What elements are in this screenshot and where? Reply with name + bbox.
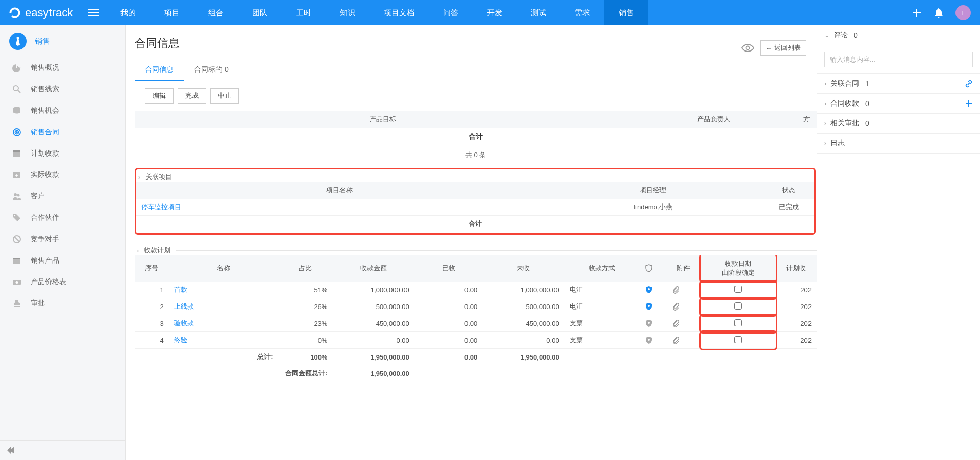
search-icon (11, 84, 22, 95)
tag-icon (11, 212, 22, 223)
topnav-item[interactable]: 销售 (604, 0, 648, 25)
collapse-icon (6, 447, 15, 454)
rp-header[interactable]: ›关联合同1 (817, 74, 980, 93)
sidebar-item[interactable]: 销售线索 (0, 79, 125, 100)
topnav-item[interactable]: 组合 (194, 0, 238, 25)
scroll-area[interactable]: 产品目标 产品负责人 方 合计 共 0 条 › 关联项目 (135, 111, 817, 460)
user-avatar[interactable]: F (955, 5, 971, 20)
shield-cell[interactable] (640, 282, 667, 298)
menu-toggle[interactable] (81, 8, 106, 18)
topnav-item[interactable]: 开发 (473, 0, 517, 25)
received-cell: 0.00 (414, 332, 483, 349)
calendar-plus-icon (11, 169, 22, 181)
tab[interactable]: 合同标的 0 (184, 60, 239, 81)
sidebar-item[interactable]: 销售概况 (0, 57, 125, 79)
payment-name-link[interactable]: 验收款 (174, 319, 194, 327)
date-stage-checkbox[interactable] (734, 286, 742, 293)
unreceived-cell: 1,000,000.00 (482, 282, 564, 298)
rp-header[interactable]: ›合同收款0 (817, 94, 980, 113)
rp-label: 日志 (830, 139, 845, 148)
topnav-item[interactable]: 项目 (150, 0, 194, 25)
plus-icon[interactable] (965, 99, 973, 108)
target-icon (11, 126, 22, 138)
shield-cell[interactable] (640, 332, 667, 349)
chevron-down-icon: ⌄ (824, 32, 829, 39)
project-manager: findemo,小燕 (543, 199, 763, 216)
topnav-item[interactable]: 项目文档 (370, 0, 429, 25)
action-button[interactable]: 完成 (178, 88, 206, 104)
attachment-cell[interactable] (667, 332, 701, 349)
plan-cell: 202 (776, 282, 817, 298)
project-link[interactable]: 停车监控项目 (141, 203, 181, 211)
svg-point-15 (14, 215, 15, 216)
chevron-right-icon[interactable]: › (138, 173, 140, 181)
sidebar-collapse[interactable] (0, 440, 125, 460)
payment-name-link[interactable]: 上线款 (174, 302, 194, 310)
comments-header[interactable]: ⌄ 评论 0 (817, 25, 980, 45)
svg-point-5 (13, 86, 18, 91)
tab[interactable]: 合同信息 (135, 60, 184, 81)
shield-cell[interactable] (640, 315, 667, 332)
product-col-owner: 产品负责人 (631, 111, 796, 128)
sidebar-item[interactable]: 竞争对手 (0, 228, 125, 250)
svg-point-26 (648, 339, 650, 341)
payment-name-link[interactable]: 首款 (174, 286, 187, 293)
sidebar-item[interactable]: 销售合同 (0, 121, 125, 143)
attachment-cell[interactable] (667, 315, 701, 332)
payment-col-method: 收款方式 (565, 255, 640, 282)
action-button[interactable]: 中止 (210, 88, 239, 104)
sidebar-item-label: 销售概况 (31, 63, 59, 72)
table-row: 2上线款26%500,000.000.00500,000.00电汇202 (135, 298, 817, 315)
date-stage-cell (701, 332, 776, 349)
rp-header[interactable]: ›相关审批0 (817, 114, 980, 133)
date-stage-checkbox[interactable] (734, 336, 742, 343)
payment-col-name: 名称 (169, 255, 278, 282)
rp-header[interactable]: ›日志 (817, 134, 980, 153)
topnav-item[interactable]: 知识 (326, 0, 370, 25)
svg-point-23 (648, 288, 650, 290)
sidebar-item[interactable]: 计划收款 (0, 143, 125, 164)
plus-icon[interactable] (912, 8, 922, 18)
sidebar-item[interactable]: 合作伙伴 (0, 207, 125, 228)
topnav-item[interactable]: 问答 (429, 0, 473, 25)
payment-name-link[interactable]: 终验 (174, 336, 187, 344)
comments-input[interactable] (824, 52, 973, 67)
attachment-cell[interactable] (667, 282, 701, 298)
date-stage-checkbox[interactable] (734, 319, 742, 326)
projects-section-highlight: › 关联项目 项目名称 项目经理 状态 停车监控项目findemo,小燕已完成 … (135, 168, 816, 235)
topnav-item[interactable]: 团队 (238, 0, 282, 25)
arrow-left-icon: ← (766, 44, 772, 52)
sidebar-item[interactable]: 实际收款 (0, 164, 125, 186)
avatar-letter: F (961, 9, 965, 17)
table-row: 4终验0%0.000.000.00支票202 (135, 332, 817, 349)
date-stage-checkbox[interactable] (734, 302, 742, 310)
sidebar-item[interactable]: 客户 (0, 186, 125, 207)
action-button[interactable]: 编辑 (145, 88, 174, 104)
bell-icon[interactable] (934, 8, 943, 18)
sidebar-header[interactable]: 销售 (0, 25, 125, 57)
eye-icon[interactable] (741, 43, 755, 53)
sidebar-item[interactable]: 销售机会 (0, 100, 125, 121)
sidebar-item[interactable]: 产品价格表 (0, 271, 125, 293)
topnav-item[interactable]: 测试 (517, 0, 560, 25)
rp-count: 0 (865, 99, 869, 108)
payment-section-title: 收款计划 (141, 246, 174, 255)
topnav-item[interactable]: 工时 (282, 0, 326, 25)
shield-cell[interactable] (640, 298, 667, 315)
topbar: easytrack 我的项目组合团队工时知识项目文档问答开发测试需求销售 F (0, 0, 980, 25)
box-icon (11, 255, 22, 266)
link-icon[interactable] (965, 80, 973, 88)
hamburger-icon (88, 8, 99, 18)
sidebar-item[interactable]: 审批 (0, 293, 125, 314)
sidebar-item[interactable]: 销售产品 (0, 250, 125, 271)
return-button[interactable]: ← 返回列表 (760, 40, 806, 56)
amount-cell: 0.00 (332, 332, 414, 349)
topnav-item[interactable]: 需求 (560, 0, 604, 25)
svg-point-24 (648, 305, 650, 307)
forbid-icon (11, 234, 22, 245)
logo[interactable]: easytrack (0, 6, 81, 20)
topnav-item[interactable]: 我的 (106, 0, 150, 25)
attachment-cell[interactable] (667, 298, 701, 315)
chevron-right-icon[interactable]: › (137, 247, 139, 254)
shield-header-icon (645, 264, 653, 272)
